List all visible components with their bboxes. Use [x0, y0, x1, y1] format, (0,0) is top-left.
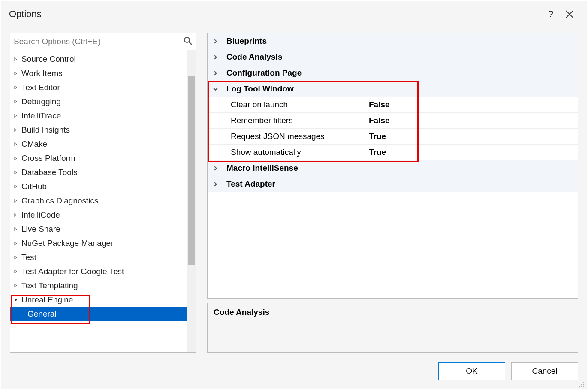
- tree-item[interactable]: Work Items: [10, 66, 196, 80]
- chevron-right-icon[interactable]: [208, 39, 223, 44]
- property-row[interactable]: Show automaticallyTrue: [208, 145, 578, 160]
- options-tree: Source ControlWork ItemsText EditorDebug…: [10, 50, 196, 323]
- property-label: Clear on launch: [208, 100, 366, 109]
- chevron-right-icon[interactable]: [208, 181, 223, 187]
- tree-item[interactable]: Unreal Engine: [10, 293, 196, 307]
- chevron-right-icon[interactable]: [13, 57, 19, 61]
- property-label: Remember filters: [208, 116, 366, 125]
- category-label: Macro IntelliSense: [223, 163, 382, 173]
- tree-item[interactable]: Live Share: [10, 222, 196, 236]
- chevron-right-icon[interactable]: [13, 170, 19, 175]
- tree-item-label: Work Items: [21, 69, 63, 78]
- tree-item-label: CMake: [21, 139, 47, 149]
- tree-item[interactable]: IntelliCode: [10, 208, 196, 222]
- search-box[interactable]: [10, 33, 196, 50]
- tree-item[interactable]: Test Adapter for Google Test: [10, 264, 196, 278]
- description-title: Code Analysis: [214, 308, 572, 317]
- scrollbar[interactable]: [187, 50, 196, 352]
- property-row[interactable]: Remember filtersFalse: [208, 113, 578, 129]
- tree-item[interactable]: Text Editor: [10, 80, 196, 94]
- chevron-right-icon[interactable]: [13, 156, 19, 160]
- property-row[interactable]: Request JSON messagesTrue: [208, 129, 578, 145]
- tree-item-label: IntelliTrace: [21, 111, 61, 121]
- chevron-right-icon[interactable]: [13, 100, 19, 104]
- tree-item[interactable]: CMake: [10, 137, 196, 151]
- tree-item[interactable]: Source Control: [10, 52, 196, 66]
- tree-item-label: Test: [21, 253, 36, 262]
- chevron-right-icon[interactable]: [13, 284, 19, 288]
- category-label: Code Analysis: [223, 52, 382, 62]
- property-category[interactable]: Test Adapter: [208, 176, 578, 192]
- tree-item[interactable]: Text Templating: [10, 278, 196, 293]
- chevron-down-icon[interactable]: [208, 86, 223, 92]
- tree-item[interactable]: NuGet Package Manager: [10, 236, 196, 250]
- dialog-title: Options: [9, 9, 541, 20]
- category-label: Log Tool Window: [223, 84, 382, 94]
- property-category[interactable]: Blueprints: [208, 33, 578, 49]
- category-label: Blueprints: [223, 36, 382, 46]
- tree-item-label: Source Control: [21, 54, 76, 64]
- cancel-button[interactable]: Cancel: [511, 362, 578, 380]
- scrollbar-thumb[interactable]: [188, 76, 195, 265]
- tree-item[interactable]: Test: [10, 250, 196, 264]
- property-category[interactable]: Configuration Page: [208, 65, 578, 81]
- right-panel: BlueprintsCode AnalysisConfiguration Pag…: [207, 33, 578, 353]
- tree-item[interactable]: Cross Platform: [10, 151, 196, 165]
- tree-item-label: Debugging: [21, 97, 61, 106]
- tree-item[interactable]: GitHub: [10, 179, 196, 193]
- svg-point-6: [583, 384, 584, 385]
- tree-item-label: Graphics Diagnostics: [21, 196, 99, 206]
- property-category[interactable]: Log Tool Window: [208, 81, 578, 97]
- tree-item-label: NuGet Package Manager: [21, 239, 113, 248]
- chevron-right-icon[interactable]: [13, 142, 19, 146]
- description-pane: Code Analysis: [207, 303, 578, 353]
- close-button[interactable]: [560, 5, 579, 24]
- chevron-right-icon[interactable]: [208, 54, 223, 60]
- chevron-right-icon[interactable]: [208, 70, 223, 76]
- tree-item-label: Live Share: [21, 224, 60, 234]
- property-value[interactable]: True: [366, 132, 386, 141]
- property-category[interactable]: Code Analysis: [208, 49, 578, 65]
- property-value[interactable]: True: [366, 148, 386, 157]
- tree-item-label: General: [27, 309, 57, 319]
- search-input[interactable]: [14, 37, 184, 46]
- svg-line-3: [189, 42, 192, 45]
- chevron-down-icon[interactable]: [13, 298, 19, 302]
- tree-item[interactable]: IntelliTrace: [10, 109, 196, 123]
- chevron-right-icon[interactable]: [13, 199, 19, 203]
- tree-item[interactable]: Debugging: [10, 94, 196, 109]
- svg-point-2: [184, 37, 190, 42]
- chevron-right-icon[interactable]: [13, 128, 19, 132]
- titlebar: Options ?: [1, 1, 587, 27]
- svg-point-5: [581, 384, 582, 385]
- property-row[interactable]: Clear on launchFalse: [208, 97, 578, 113]
- search-icon: [184, 36, 192, 47]
- tree-item-label: GitHub: [21, 182, 47, 191]
- property-category[interactable]: Macro IntelliSense: [208, 160, 578, 176]
- chevron-right-icon[interactable]: [13, 184, 19, 189]
- chevron-right-icon[interactable]: [13, 213, 19, 217]
- chevron-right-icon[interactable]: [13, 85, 19, 90]
- property-value[interactable]: False: [366, 100, 390, 109]
- property-value[interactable]: False: [366, 116, 390, 125]
- resize-grip[interactable]: [579, 381, 585, 387]
- tree-item-label: Database Tools: [21, 168, 78, 177]
- chevron-right-icon[interactable]: [13, 71, 19, 76]
- help-button[interactable]: ?: [541, 5, 560, 24]
- chevron-right-icon[interactable]: [13, 227, 19, 231]
- chevron-right-icon[interactable]: [13, 255, 19, 260]
- tree-item-label: Cross Platform: [21, 154, 75, 163]
- chevron-right-icon[interactable]: [13, 241, 19, 245]
- ok-button[interactable]: OK: [438, 362, 505, 380]
- tree-item[interactable]: Database Tools: [10, 165, 196, 179]
- chevron-right-icon[interactable]: [13, 114, 19, 118]
- tree-item[interactable]: Build Insights: [10, 123, 196, 137]
- tree-item[interactable]: Graphics Diagnostics: [10, 193, 196, 208]
- chevron-right-icon[interactable]: [13, 269, 19, 274]
- left-panel: Source ControlWork ItemsText EditorDebug…: [10, 33, 196, 353]
- tree-item-label: IntelliCode: [21, 210, 60, 220]
- chevron-right-icon[interactable]: [208, 166, 223, 171]
- close-icon: [566, 10, 573, 18]
- tree-item-child[interactable]: General: [10, 307, 196, 321]
- dialog-body: Source ControlWork ItemsText EditorDebug…: [1, 27, 587, 357]
